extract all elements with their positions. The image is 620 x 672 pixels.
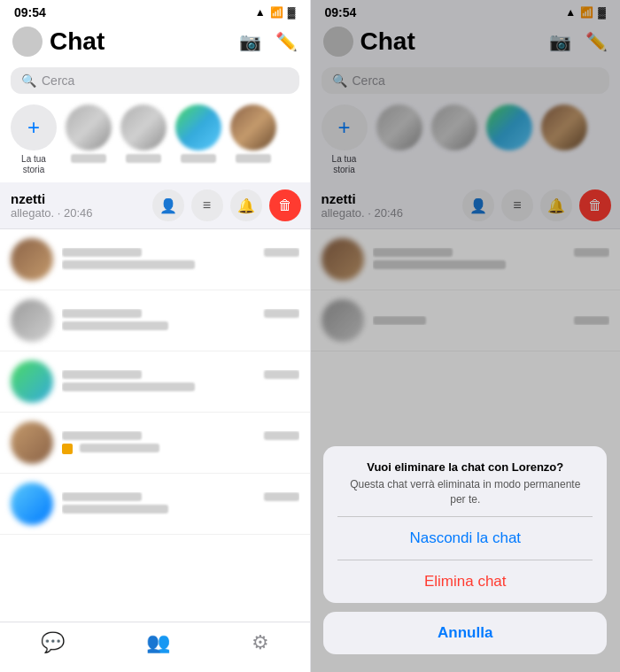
chat-time-3 bbox=[264, 370, 299, 379]
compose-icon[interactable]: ✏️ bbox=[275, 31, 298, 52]
more-action-button[interactable]: ≡ bbox=[191, 189, 223, 221]
chat-avatar-4 bbox=[11, 421, 53, 464]
swipe-content-left: nzetti allegato. · 20:46 bbox=[0, 182, 152, 228]
tab-chat-left[interactable]: 💬 bbox=[41, 631, 65, 654]
story-avatar-4 bbox=[230, 104, 276, 151]
chat-name-row-4 bbox=[62, 431, 299, 440]
bottom-tabs-left: 💬 👥 ⚙ bbox=[0, 622, 310, 672]
user-avatar-left[interactable] bbox=[12, 27, 43, 57]
chat-msg-4 bbox=[62, 442, 299, 455]
tab-contacts-left[interactable]: 👥 bbox=[146, 631, 170, 654]
story-avatar-1 bbox=[66, 104, 112, 151]
battery-icon-left: ▓ bbox=[288, 6, 296, 19]
chat-item-1[interactable] bbox=[0, 229, 310, 290]
swipe-name-left: nzetti bbox=[11, 191, 142, 206]
story-label-4 bbox=[236, 154, 271, 163]
chat-info-5 bbox=[62, 492, 299, 516]
action-sheet: Vuoi eliminare la chat con Lorenzo? Ques… bbox=[323, 446, 607, 654]
chat-info-2 bbox=[62, 309, 299, 333]
wifi-icon-left: 📶 bbox=[270, 6, 283, 19]
status-icons-left: ▲ 📶 ▓ bbox=[255, 6, 296, 19]
story-1[interactable] bbox=[66, 104, 112, 175]
chat-name-3 bbox=[62, 370, 142, 379]
chat-name-row-3 bbox=[62, 370, 299, 379]
right-panel: 09:54 ▲ 📶 ▓ Chat 📷 ✏️ 🔍 Cerca + La tuast… bbox=[311, 0, 621, 672]
story-add[interactable]: + La tuastoria bbox=[11, 104, 57, 175]
story-add-label: La tuastoria bbox=[21, 154, 46, 175]
chat-item-4[interactable] bbox=[0, 413, 310, 474]
story-avatar-2 bbox=[120, 104, 167, 151]
swipe-action-row-left: nzetti allegato. · 20:46 👤 ≡ 🔔 🗑 bbox=[0, 182, 310, 229]
swipe-sub-left: allegato. · 20:46 bbox=[11, 206, 142, 220]
stories-row-left: + La tuastoria bbox=[0, 101, 310, 182]
chat-msg-3 bbox=[62, 381, 299, 394]
delete-action-button[interactable]: 🗑 bbox=[269, 189, 301, 221]
chat-info-3 bbox=[62, 370, 299, 394]
story-label-3 bbox=[181, 154, 216, 163]
signal-icon-left: ▲ bbox=[255, 6, 266, 19]
chat-time-5 bbox=[264, 492, 299, 501]
cancel-button[interactable]: Annulla bbox=[323, 612, 607, 654]
chat-name-2 bbox=[62, 309, 142, 318]
contacts-tab-icon: 👥 bbox=[146, 631, 170, 654]
mute-action-button[interactable]: 🔔 bbox=[230, 189, 262, 221]
swipe-actions-left: 👤 ≡ 🔔 🗑 bbox=[152, 189, 310, 221]
chat-item-3[interactable] bbox=[0, 351, 310, 413]
status-bar-left: 09:54 ▲ 📶 ▓ bbox=[0, 0, 310, 23]
chat-avatar-3 bbox=[11, 360, 53, 403]
story-avatar-3 bbox=[175, 104, 221, 151]
story-add-button[interactable]: + bbox=[11, 104, 57, 151]
chat-list-left bbox=[0, 229, 310, 622]
chat-msg-5 bbox=[62, 503, 299, 516]
action-sheet-main: Vuoi eliminare la chat con Lorenzo? Ques… bbox=[323, 446, 607, 603]
search-bar-left[interactable]: 🔍 Cerca bbox=[11, 67, 299, 94]
header-icons-left: 📷 ✏️ bbox=[239, 31, 298, 52]
chat-msg-2 bbox=[62, 320, 299, 333]
chat-tab-icon: 💬 bbox=[41, 631, 65, 654]
chat-name-row-5 bbox=[62, 492, 299, 501]
story-label-2 bbox=[126, 154, 161, 163]
camera-icon[interactable]: 📷 bbox=[239, 31, 261, 52]
attachment-badge-4 bbox=[62, 444, 73, 454]
chat-info-1 bbox=[62, 248, 299, 272]
chat-item-2[interactable] bbox=[0, 290, 310, 351]
chat-msg-1 bbox=[62, 259, 299, 272]
chat-time-2 bbox=[264, 309, 299, 318]
story-label-1 bbox=[71, 154, 106, 163]
action-sheet-title: Vuoi eliminare la chat con Lorenzo? bbox=[341, 460, 589, 474]
chat-name-4 bbox=[62, 431, 142, 440]
status-time-left: 09:54 bbox=[14, 5, 46, 19]
chat-info-4 bbox=[62, 431, 299, 455]
delete-chat-button[interactable]: Elimina chat bbox=[323, 560, 607, 603]
search-placeholder-left: Cerca bbox=[42, 73, 74, 88]
chat-item-5[interactable] bbox=[0, 474, 310, 535]
settings-tab-icon: ⚙ bbox=[252, 631, 269, 654]
chat-avatar-1 bbox=[11, 238, 53, 281]
story-4[interactable] bbox=[230, 104, 276, 175]
chat-time-4 bbox=[264, 431, 299, 440]
story-3[interactable] bbox=[175, 104, 221, 175]
header-left: Chat 📷 ✏️ bbox=[0, 23, 310, 64]
action-sheet-subtitle: Questa chat verrà eliminata in modo perm… bbox=[341, 477, 589, 507]
left-panel: 09:54 ▲ 📶 ▓ Chat 📷 ✏️ 🔍 Cerca + La tuast… bbox=[0, 0, 310, 672]
chat-avatar-2 bbox=[11, 299, 53, 342]
chat-name-1 bbox=[62, 248, 142, 257]
chat-name-5 bbox=[62, 492, 142, 501]
chat-time-1 bbox=[264, 248, 299, 257]
action-sheet-overlay: Vuoi eliminare la chat con Lorenzo? Ques… bbox=[311, 0, 621, 672]
page-title-left: Chat bbox=[50, 27, 239, 56]
story-2[interactable] bbox=[120, 104, 167, 175]
search-icon-left: 🔍 bbox=[21, 73, 36, 88]
action-sheet-header: Vuoi eliminare la chat con Lorenzo? Ques… bbox=[323, 446, 607, 516]
hide-chat-button[interactable]: Nascondi la chat bbox=[323, 517, 607, 560]
chat-avatar-5 bbox=[11, 483, 53, 525]
chat-name-row-1 bbox=[62, 248, 299, 257]
profile-action-button[interactable]: 👤 bbox=[152, 189, 184, 221]
tab-settings-left[interactable]: ⚙ bbox=[252, 631, 269, 654]
chat-name-row-2 bbox=[62, 309, 299, 318]
